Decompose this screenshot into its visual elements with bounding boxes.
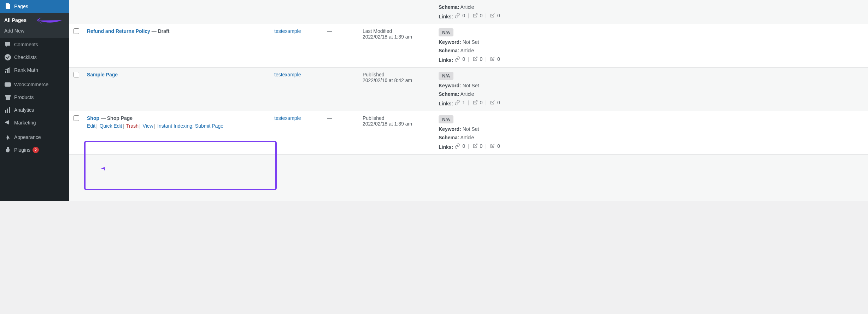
comments-count: —	[324, 24, 359, 68]
svg-point-2	[5, 54, 11, 60]
page-title-link[interactable]: Shop	[87, 115, 99, 121]
menu-pages-label: Pages	[14, 4, 28, 9]
seo-links-group: 0 | 0 | 0	[454, 13, 500, 18]
checklists-icon	[4, 54, 11, 61]
seo-schema-label: Schema:	[439, 48, 459, 53]
menu-plugins[interactable]: Plugins 2	[0, 144, 69, 156]
menu-appearance-label: Appearance	[14, 134, 41, 140]
date-value: 2022/02/18 at 1:39 am	[363, 121, 432, 127]
action-trash[interactable]: Trash	[126, 123, 139, 129]
page-title-link[interactable]: Refund and Returns Policy	[87, 28, 150, 34]
seo-keyword-value: Not Set	[463, 126, 479, 132]
table-row: Shop — Shop Page Edit| Quick Edit| Trash…	[69, 111, 868, 155]
svg-rect-6	[5, 82, 11, 87]
analytics-icon	[4, 106, 11, 114]
seo-keyword-label: Keyword:	[439, 126, 461, 132]
external-link-icon	[472, 13, 478, 18]
date-status: Published	[363, 115, 432, 121]
pages-list: Schema: Article Links: 0 | 0 | 0	[69, 0, 868, 201]
svg-rect-8	[6, 97, 10, 100]
table-row: Refund and Returns Policy — Draft testex…	[69, 24, 868, 68]
svg-rect-9	[5, 110, 6, 113]
menu-marketing-label: Marketing	[14, 120, 36, 126]
seo-links-label: Links:	[439, 101, 453, 106]
menu-comments[interactable]: Comments	[0, 38, 69, 51]
page-state: — Draft	[150, 28, 169, 34]
seo-links-label: Links:	[439, 144, 453, 150]
plugins-icon	[4, 146, 11, 153]
seo-schema-value: Article	[460, 135, 474, 140]
external-link-icon	[472, 56, 478, 62]
incoming-link-icon	[489, 143, 495, 149]
menu-checklists[interactable]: Checklists	[0, 51, 69, 64]
menu-analytics-label: Analytics	[14, 107, 34, 113]
svg-rect-5	[8, 68, 10, 73]
svg-rect-11	[9, 107, 10, 113]
menu-rank-math[interactable]: Rank Math	[0, 64, 69, 76]
pages-icon	[4, 3, 11, 10]
seo-links-label: Links:	[439, 14, 453, 19]
page-state: — Shop Page	[99, 115, 133, 121]
seo-score-badge: N/A	[439, 28, 453, 36]
author-link[interactable]: testexample	[274, 28, 301, 34]
table-row: Schema: Article Links: 0 | 0 | 0	[69, 0, 868, 24]
admin-sidebar: Pages All Pages Add New Comments Checkli…	[0, 0, 69, 201]
seo-keyword-label: Keyword:	[439, 39, 461, 45]
menu-marketing[interactable]: Marketing	[0, 116, 69, 129]
seo-keyword-value: Not Set	[463, 83, 479, 88]
menu-products[interactable]: Products	[0, 91, 69, 104]
svg-rect-10	[7, 109, 8, 113]
svg-rect-3	[5, 71, 6, 73]
menu-woocommerce-label: WooCommerce	[14, 82, 48, 87]
comments-count: —	[324, 111, 359, 155]
menu-analytics[interactable]: Analytics	[0, 104, 69, 116]
plugins-update-badge: 2	[33, 147, 39, 153]
seo-links-label: Links:	[439, 57, 453, 63]
link-icon	[454, 100, 460, 105]
menu-appearance[interactable]: Appearance	[0, 131, 69, 144]
action-quick-edit[interactable]: Quick Edit	[100, 123, 122, 129]
seo-schema-label: Schema:	[439, 91, 459, 97]
menu-woocommerce[interactable]: WooCommerce	[0, 78, 69, 91]
menu-plugins-label: Plugins	[14, 147, 30, 153]
action-view[interactable]: View	[143, 123, 153, 129]
link-icon	[454, 56, 460, 62]
seo-schema-label: Schema:	[439, 4, 459, 10]
menu-pages[interactable]: Pages	[0, 0, 69, 13]
row-checkbox[interactable]	[74, 115, 79, 121]
link-icon	[454, 143, 460, 149]
pages-table: Schema: Article Links: 0 | 0 | 0	[69, 0, 868, 155]
menu-products-label: Products	[14, 94, 34, 100]
date-status: Published	[363, 72, 432, 77]
seo-keyword-value: Not Set	[463, 39, 479, 45]
action-instant-indexing[interactable]: Instant Indexing: Submit Page	[157, 123, 223, 129]
comments-count: —	[324, 68, 359, 111]
author-link[interactable]: testexample	[274, 115, 301, 121]
table-row: Sample Page testexample — Published 2022…	[69, 68, 868, 111]
svg-rect-4	[7, 69, 8, 73]
external-link-icon	[472, 143, 478, 149]
woocommerce-icon	[4, 81, 11, 88]
seo-score-badge: N/A	[439, 115, 453, 123]
appearance-icon	[4, 134, 11, 141]
page-title-link[interactable]: Sample Page	[87, 72, 118, 77]
seo-schema-value: Article	[460, 48, 474, 53]
row-checkbox[interactable]	[74, 28, 79, 34]
incoming-link-icon	[489, 56, 495, 62]
menu-comments-label: Comments	[14, 42, 38, 47]
incoming-link-icon	[489, 13, 495, 18]
row-checkbox[interactable]	[74, 72, 79, 77]
seo-schema-value: Article	[460, 4, 474, 10]
seo-score-badge: N/A	[439, 72, 453, 80]
author-link[interactable]: testexample	[274, 72, 301, 77]
menu-rank-math-label: Rank Math	[14, 67, 38, 73]
seo-keyword-label: Keyword:	[439, 83, 461, 88]
rank-math-icon	[4, 66, 11, 74]
comments-icon	[4, 41, 11, 48]
date-value: 2022/02/18 at 1:39 am	[363, 34, 432, 40]
submenu-pages: All Pages Add New	[0, 13, 69, 38]
date-status: Last Modified	[363, 28, 432, 34]
action-edit[interactable]: Edit	[87, 123, 95, 129]
date-value: 2022/02/16 at 8:42 am	[363, 77, 432, 83]
annotation-arrow	[93, 166, 107, 181]
